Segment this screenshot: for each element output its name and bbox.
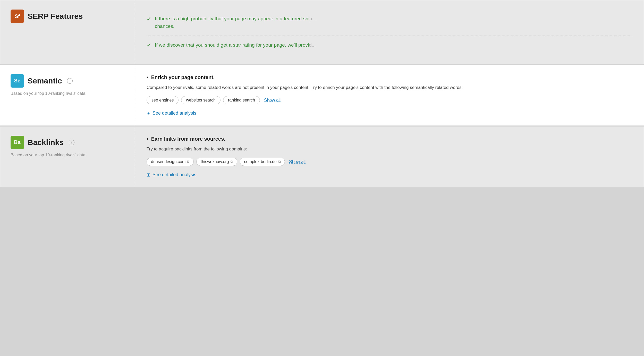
backlinks-right-panel: • Earn links from more sources. Try to a… <box>134 126 644 187</box>
backlinks-tags-row: dunsendesign.com ⧉ thisweknow.org ⧉ comp… <box>147 158 631 166</box>
serp-check-item-2: ✓ If we discover that you should get a s… <box>147 36 631 55</box>
backlinks-analysis-link[interactable]: ⊞ See detailed analysis <box>147 172 196 178</box>
backlinks-title: Backlinks <box>28 138 64 147</box>
domain-tag-2: thisweknow.org ⧉ <box>196 158 237 166</box>
domain-tag-3: complex-berlin.de ⧉ <box>240 158 285 166</box>
serp-check-text-1: If there is a high probability that your… <box>155 15 316 30</box>
tag-ranking-search: ranking search <box>223 96 260 104</box>
backlinks-bullet-title: • Earn links from more sources. <box>147 136 631 142</box>
serp-right-panel: ✓ If there is a high probability that yo… <box>134 0 644 64</box>
domain-name-3: complex-berlin.de <box>244 159 277 164</box>
serp-badge: Sf <box>11 10 24 23</box>
serp-title: SERP Features <box>28 12 83 21</box>
domain-name-2: thisweknow.org <box>201 159 229 164</box>
bullet-dot-2: • <box>147 136 149 142</box>
backlinks-badge: Ba <box>11 136 24 149</box>
semantic-badge: Se <box>11 74 24 88</box>
backlinks-left-panel: Ba Backlinks i Based on your top 10-rank… <box>0 126 134 187</box>
semantic-header: Se Semantic i <box>11 74 124 88</box>
backlinks-section: Ba Backlinks i Based on your top 10-rank… <box>0 126 644 187</box>
backlinks-subtitle: Based on your top 10-ranking rivals' dat… <box>11 153 124 157</box>
backlinks-show-all-link[interactable]: Show all <box>289 159 306 164</box>
external-icon-2: ⧉ <box>231 160 233 164</box>
tag-seo-engines: seo engines <box>147 96 179 104</box>
domain-name-1: dunsendesign.com <box>151 159 185 164</box>
semantic-description: Compared to your rivals, some related wo… <box>147 84 631 91</box>
semantic-analysis-link[interactable]: ⊞ See detailed analysis <box>147 111 196 116</box>
backlinks-description: Try to acquire backlinks from the follow… <box>147 146 631 152</box>
domain-tag-1: dunsendesign.com ⧉ <box>147 158 194 166</box>
semantic-left-panel: Se Semantic i Based on your top 10-ranki… <box>0 65 134 125</box>
semantic-title: Semantic <box>28 77 62 85</box>
grid-icon-2: ⊞ <box>147 172 150 178</box>
grid-icon-1: ⊞ <box>147 111 150 116</box>
semantic-tags-row: seo engines websites search ranking sear… <box>147 96 631 104</box>
serp-section: Sf SERP Features ✓ If there is a high pr… <box>0 0 644 64</box>
check-icon-2: ✓ <box>147 42 151 49</box>
semantic-section: Se Semantic i Based on your top 10-ranki… <box>0 65 644 126</box>
semantic-show-all-link[interactable]: Show all <box>264 98 281 103</box>
tag-websites-search: websites search <box>181 96 221 104</box>
semantic-info-icon[interactable]: i <box>67 78 73 84</box>
bullet-dot-1: • <box>147 74 149 81</box>
semantic-bullet-title: • Enrich your page content. <box>147 74 631 81</box>
serp-check-item-1: ✓ If there is a high probability that yo… <box>147 10 631 36</box>
semantic-right-panel: • Enrich your page content. Compared to … <box>134 65 644 125</box>
external-icon-1: ⧉ <box>187 160 189 164</box>
check-icon-1: ✓ <box>147 16 151 22</box>
external-icon-3: ⧉ <box>278 160 281 164</box>
backlinks-info-icon[interactable]: i <box>69 140 74 145</box>
serp-check-text-2: If we discover that you should get a sta… <box>155 41 316 49</box>
semantic-subtitle: Based on your top 10-ranking rivals' dat… <box>11 91 124 96</box>
serp-header: Sf SERP Features <box>11 10 124 23</box>
serp-left-panel: Sf SERP Features <box>0 0 134 64</box>
backlinks-header: Ba Backlinks i <box>11 136 124 149</box>
